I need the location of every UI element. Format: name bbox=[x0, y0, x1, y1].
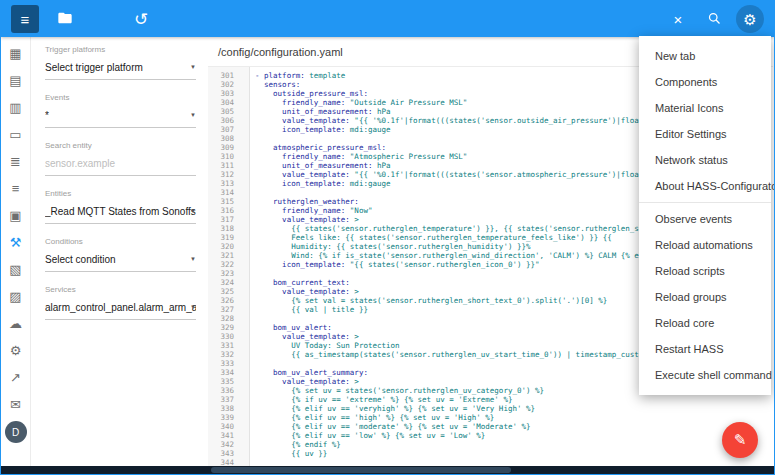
settings-menu-button[interactable]: ⚙ bbox=[736, 5, 764, 33]
search-button[interactable] bbox=[700, 5, 728, 33]
caret-down-icon: ▼ bbox=[190, 304, 196, 310]
trigger-platform-value: Select trigger platform bbox=[45, 62, 143, 73]
menu-item-execute-shell-command[interactable]: Execute shell command bbox=[639, 362, 771, 388]
line-number: 338 bbox=[208, 404, 242, 413]
events-select[interactable]: *▼ bbox=[45, 108, 196, 128]
editor-line: 343 {{ uv }} bbox=[208, 449, 773, 458]
menu-item-about[interactable]: About HASS-Configurator bbox=[639, 173, 771, 199]
menu-item-restart-hass[interactable]: Restart HASS bbox=[639, 336, 771, 362]
editor-line: 340 {% elif uv == 'moderate' %} {% set u… bbox=[208, 422, 773, 431]
code-text: bom_uv_alert: bbox=[242, 323, 332, 332]
line-number: 326 bbox=[208, 296, 242, 305]
services-value: alarm_control_panel.alarm_arm_away bbox=[45, 302, 196, 313]
menu-item-editor-settings[interactable]: Editor Settings bbox=[639, 121, 771, 147]
sidebar-item-states[interactable]: ▤ bbox=[3, 67, 29, 94]
sidebar-item-configurator[interactable]: ⚒ bbox=[3, 229, 29, 256]
sidebar-item-stats[interactable]: ▨ bbox=[3, 283, 29, 310]
calendar-icon: ▧ bbox=[9, 263, 21, 276]
code-text: friendly_name: "Now" bbox=[242, 206, 372, 215]
pencil-icon: ✎ bbox=[734, 431, 747, 449]
horizontal-scrollbar[interactable] bbox=[1, 466, 774, 474]
dashboard-icon: ▦ bbox=[9, 47, 21, 60]
sidebar-item-dashboard[interactable]: ▦ bbox=[3, 40, 29, 67]
menu-item-reload-groups[interactable]: Reload groups bbox=[639, 284, 771, 310]
field-trigger-platform: Trigger platformsSelect trigger platform… bbox=[45, 45, 196, 80]
line-number: 319 bbox=[208, 233, 242, 242]
line-number: 311 bbox=[208, 161, 242, 170]
line-number: 337 bbox=[208, 395, 242, 404]
media-player-icon: ▭ bbox=[9, 128, 21, 141]
line-number: 344 bbox=[208, 458, 242, 466]
line-number: 320 bbox=[208, 242, 242, 251]
line-number: 318 bbox=[208, 224, 242, 233]
line-number: 306 bbox=[208, 116, 242, 125]
code-text: bom_uv_alert_summary: bbox=[242, 368, 368, 377]
save-fab[interactable]: ✎ bbox=[722, 422, 758, 458]
menu-button[interactable]: ≡ bbox=[11, 5, 39, 33]
sidebar-item-cloud[interactable]: ☁ bbox=[3, 310, 29, 337]
sidebar-item-history[interactable]: ≡ bbox=[3, 175, 29, 202]
services-select[interactable]: alarm_control_panel.alarm_arm_away▼ bbox=[45, 300, 196, 320]
search-entity-input[interactable] bbox=[45, 158, 184, 169]
editor-line: 339 {% elif uv == 'high' %} {% set uv = … bbox=[208, 413, 773, 422]
trigger-platform-select[interactable]: Select trigger platform▼ bbox=[45, 60, 196, 80]
menu-item-network-status[interactable]: Network status bbox=[639, 147, 771, 173]
line-number: 324 bbox=[208, 278, 242, 287]
sidebar-item-logbook[interactable]: ≣ bbox=[3, 148, 29, 175]
line-number: 330 bbox=[208, 332, 242, 341]
menu-item-components[interactable]: Components bbox=[639, 69, 771, 95]
menu-item-new-tab[interactable]: New tab bbox=[639, 43, 771, 69]
editor-line: 342 {% endif %} bbox=[208, 440, 773, 449]
line-number: 301 bbox=[208, 71, 242, 80]
settings-icon: ⚙ bbox=[10, 344, 22, 357]
folder-button[interactable] bbox=[51, 5, 79, 33]
search-entity-label: Search entity bbox=[45, 141, 196, 150]
logbook-icon: ≣ bbox=[10, 155, 21, 168]
menu-divider bbox=[639, 202, 771, 203]
menu-item-reload-core[interactable]: Reload core bbox=[639, 310, 771, 336]
sidebar-item-apps[interactable]: ▥ bbox=[3, 94, 29, 121]
stats-icon: ▨ bbox=[9, 290, 21, 303]
code-text: {% if uv == 'extreme' %} {% set uv = 'Ex… bbox=[242, 395, 512, 404]
caret-down-icon: ▼ bbox=[190, 208, 196, 214]
sidebar-item-dev-services[interactable]: ▣ bbox=[3, 202, 29, 229]
trigger-platform-label: Trigger platforms bbox=[45, 45, 196, 54]
line-number: 331 bbox=[208, 341, 242, 350]
tab-configuration-yaml[interactable]: /config/configuration.yaml bbox=[218, 46, 343, 58]
sidebar-item-notifications[interactable]: ✉ bbox=[3, 391, 29, 418]
events-value: * bbox=[45, 110, 49, 121]
editor-line: 344 bbox=[208, 458, 773, 466]
entities-select[interactable]: _Read MQTT States from Sonoffs on Sta▼ bbox=[45, 204, 196, 224]
editor-line: 341 {% elif uv == 'low' %} {% set uv = '… bbox=[208, 431, 773, 440]
menu-item-reload-scripts[interactable]: Reload scripts bbox=[639, 258, 771, 284]
code-text: unit_of_measurement: hPa bbox=[242, 161, 391, 170]
sidebar-item-share[interactable]: ↗ bbox=[3, 364, 29, 391]
menu-icon: ≡ bbox=[21, 12, 30, 27]
menu-item-material-icons[interactable]: Material Icons bbox=[639, 95, 771, 121]
line-number: 336 bbox=[208, 386, 242, 395]
code-text: {% elif uv == 'low' %} {% set uv = 'Low'… bbox=[242, 431, 485, 440]
history-button[interactable]: ↺ bbox=[127, 5, 155, 33]
code-text: {% endif %} bbox=[242, 440, 341, 449]
scrollbar-thumb[interactable] bbox=[211, 467, 511, 473]
code-text: Feels like: {{ states('sensor.rutherglen… bbox=[242, 233, 612, 242]
code-text: Humidity: {{ states('sensor.rutherglen_h… bbox=[242, 242, 530, 251]
close-button[interactable]: × bbox=[664, 5, 692, 33]
sidebar-item-media-player[interactable]: ▭ bbox=[3, 121, 29, 148]
code-text: value_template: > bbox=[242, 332, 359, 341]
gear-icon: ⚙ bbox=[743, 12, 756, 27]
events-label: Events bbox=[45, 93, 196, 102]
sidebar-item-calendar[interactable]: ▧ bbox=[3, 256, 29, 283]
code-text bbox=[242, 269, 246, 278]
menu-item-reload-automations[interactable]: Reload automations bbox=[639, 232, 771, 258]
line-number: 317 bbox=[208, 215, 242, 224]
avatar[interactable]: D bbox=[5, 421, 27, 443]
settings-menu: New tabComponentsMaterial IconsEditor Se… bbox=[639, 36, 771, 395]
sidebar-item-settings[interactable]: ⚙ bbox=[3, 337, 29, 364]
menu-item-observe-events[interactable]: Observe events bbox=[639, 206, 771, 232]
line-number: 303 bbox=[208, 89, 242, 98]
topbar-right-icons: × ⚙ bbox=[664, 5, 764, 33]
configurator-icon: ⚒ bbox=[10, 236, 22, 249]
conditions-select[interactable]: Select condition▼ bbox=[45, 252, 196, 272]
line-number: 321 bbox=[208, 251, 242, 260]
